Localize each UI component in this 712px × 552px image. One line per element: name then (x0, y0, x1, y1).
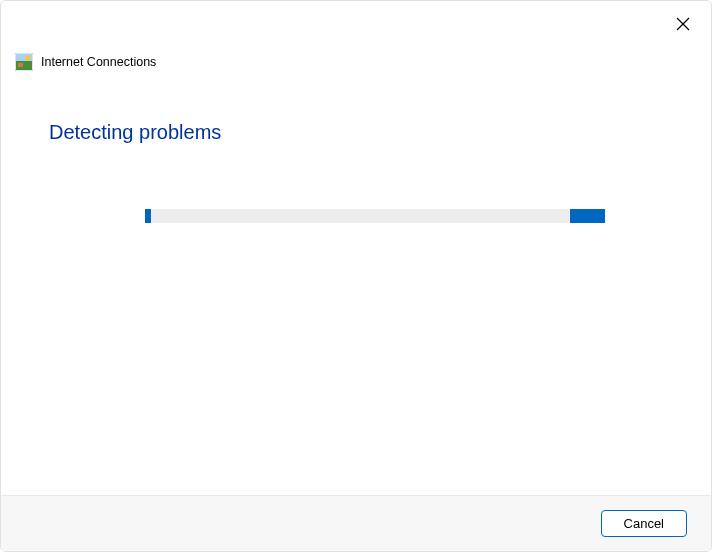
progress-chunk (570, 209, 605, 223)
svg-point-5 (26, 56, 31, 61)
dialog-title: Internet Connections (41, 55, 156, 69)
close-button[interactable] (667, 9, 699, 41)
close-icon (676, 17, 690, 34)
dialog-footer: Cancel (1, 495, 711, 551)
dialog-header: Internet Connections (1, 1, 711, 71)
network-troubleshoot-icon (15, 53, 33, 71)
progress-bar (145, 209, 605, 223)
page-heading: Detecting problems (1, 71, 711, 144)
progress-chunk (145, 209, 151, 223)
cancel-button[interactable]: Cancel (601, 510, 687, 537)
svg-rect-6 (18, 63, 23, 67)
